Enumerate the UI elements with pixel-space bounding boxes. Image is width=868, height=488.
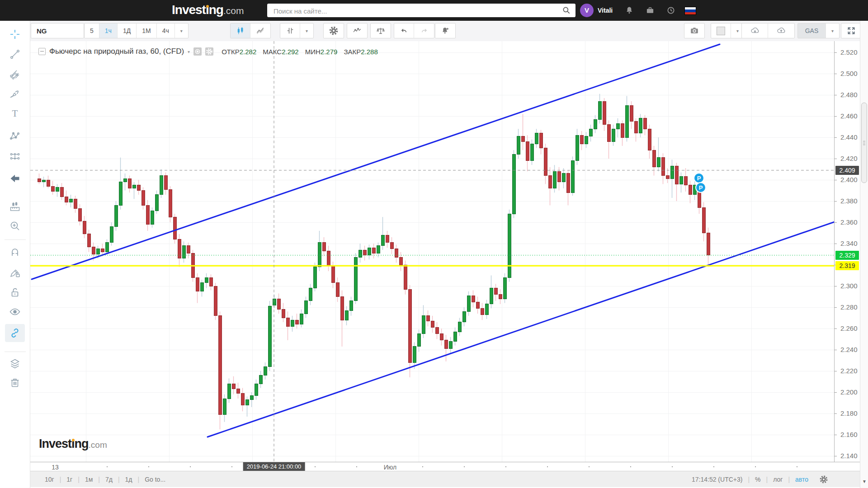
scrollbar-thumb[interactable]	[861, 103, 867, 183]
crosshair-price-badge: 2.409	[835, 166, 859, 175]
drawing-sidebar: T	[0, 21, 30, 488]
auto-scale-button[interactable]: авто	[790, 476, 814, 483]
logo-text: Invest	[172, 3, 206, 17]
axis-settings-gear-icon[interactable]	[819, 475, 828, 484]
cloud-download-icon[interactable]	[742, 23, 768, 38]
alert-bell-add-icon[interactable]	[435, 23, 455, 38]
indicators-icon[interactable]	[347, 23, 367, 38]
saved-layout-button[interactable]: GAS	[798, 23, 826, 38]
pitchfork-tool[interactable]	[9, 69, 21, 80]
price-tick-label: 2.420	[840, 155, 858, 162]
line-chart-icon[interactable]	[250, 23, 270, 38]
search-icon[interactable]	[562, 6, 571, 15]
svg-text:P: P	[699, 184, 703, 191]
timeframe-4h[interactable]: 4ч	[157, 23, 175, 38]
price-tick-label: 2.360	[840, 218, 858, 226]
sidebar-divider	[5, 239, 26, 240]
chevron-down-icon: ▾	[831, 28, 834, 33]
fullscreen-icon[interactable]	[841, 23, 861, 38]
horizontal-line-price-badge: 2.319	[835, 261, 859, 270]
logo-orange-dot	[206, 5, 209, 8]
legend-collapse-icon[interactable]	[38, 48, 46, 55]
hide-drawings-eye-tool[interactable]	[9, 306, 21, 318]
timeframe-1h[interactable]: 1ч	[99, 23, 118, 38]
zoom-in-tool[interactable]	[9, 220, 21, 232]
time-axis[interactable]: 13Июл2019-06-24 21:00:00	[30, 462, 860, 471]
forecast-tool[interactable]	[9, 150, 21, 162]
compare-dropdown[interactable]: ▾	[300, 23, 313, 38]
price-tick-label: 2.180	[840, 409, 858, 417]
back-arrow[interactable]	[9, 173, 21, 184]
language-flag-russia[interactable]	[684, 7, 696, 15]
link-drawings-tool[interactable]	[9, 327, 21, 339]
delete-drawings-trash-tool[interactable]	[9, 377, 21, 389]
username-label[interactable]: Vitali	[598, 7, 613, 14]
cloud-upload-icon[interactable]	[768, 23, 794, 38]
log-scale-button[interactable]: лог	[768, 476, 788, 483]
background-swatch-icon[interactable]	[711, 23, 731, 38]
svg-text:P: P	[697, 175, 701, 182]
range-button-10г[interactable]: 10г	[39, 476, 60, 483]
open-label: ОТКР	[222, 48, 240, 56]
price-axis[interactable]: 2.5202.5002.4802.4602.4402.4202.4002.380…	[834, 41, 860, 462]
xabcd-pattern-tool[interactable]	[9, 130, 21, 141]
drawing-lock-tool[interactable]	[9, 267, 21, 278]
recent-clock-icon[interactable]	[666, 6, 675, 15]
price-tick-label: 2.300	[840, 282, 858, 290]
time-tick-label: 13	[52, 464, 59, 471]
goto-date-button[interactable]: Go to...	[139, 476, 171, 483]
price-tick-label: 2.440	[840, 133, 858, 141]
notifications-bell-icon[interactable]	[625, 6, 634, 15]
measure-tool[interactable]	[9, 201, 21, 212]
price-tick-label: 2.520	[840, 48, 858, 56]
close-label: ЗАКР	[344, 48, 361, 56]
magnet-tool[interactable]	[9, 246, 21, 258]
investing-chart-app: Investıng.com V Vitali NG 5 1ч 1	[0, 0, 868, 488]
crosshair-time-badge: 2019-06-24 21:00:00	[243, 462, 305, 471]
settings-gear-icon[interactable]	[324, 23, 344, 38]
chevron-down-icon[interactable]: ▾	[188, 49, 190, 54]
brush-tool[interactable]	[9, 88, 21, 100]
range-button-1г[interactable]: 1г	[61, 476, 78, 483]
saved-layout-dropdown[interactable]: ▾	[826, 23, 839, 38]
compare-icon[interactable]	[280, 23, 300, 38]
price-tick-label: 2.260	[840, 324, 858, 332]
range-button-1м[interactable]: 1м	[80, 476, 98, 483]
investing-logo[interactable]: Investıng.com	[172, 3, 244, 17]
quick-settings-eye-icon[interactable]	[193, 47, 202, 56]
price-tick-label: 2.280	[840, 303, 858, 311]
chart-title-row: Фьючерс на природный газ, 60, (CFD) ▾ ОТ…	[38, 47, 378, 56]
text-tool[interactable]: T	[9, 108, 21, 119]
series-settings-gear-icon[interactable]	[205, 47, 213, 56]
search-input[interactable]	[273, 4, 555, 18]
site-header: Investıng.com V Vitali	[0, 0, 868, 21]
user-avatar[interactable]: V	[580, 4, 594, 17]
timeframe-more-dropdown[interactable]: ▾	[175, 23, 188, 38]
redo-icon[interactable]	[414, 23, 434, 38]
timeframe-1mo[interactable]: 1M	[137, 23, 156, 38]
timeframe-5m[interactable]: 5	[85, 23, 99, 38]
percent-scale-button[interactable]: %	[750, 476, 766, 483]
candlestick-chart-icon[interactable]	[231, 23, 250, 38]
price-tick-label: 2.220	[840, 367, 858, 375]
layers-tool[interactable]	[9, 358, 21, 370]
vertical-scrollbar[interactable]: ▼	[860, 21, 868, 488]
chart-plot-area[interactable]: PP Фьючерс на природный газ, 60, (CFD) ▾…	[30, 41, 834, 462]
portfolio-briefcase-icon[interactable]	[646, 6, 655, 15]
timeframe-1d[interactable]: 1Д	[118, 23, 137, 38]
undo-icon[interactable]	[394, 23, 414, 38]
scales-icon[interactable]	[371, 23, 391, 38]
last-price-badge: 2.329	[835, 251, 859, 260]
crosshair-tool[interactable]	[9, 28, 21, 40]
camera-icon[interactable]	[684, 23, 704, 38]
trend-line-tool[interactable]	[9, 48, 21, 60]
symbol-input[interactable]: NG	[31, 23, 84, 38]
price-tick-label: 2.160	[840, 431, 858, 438]
lock-tool[interactable]	[9, 286, 21, 298]
range-button-7д[interactable]: 7д	[100, 476, 118, 483]
price-tick-label: 2.500	[840, 70, 858, 77]
price-tick-label: 2.200	[840, 388, 858, 396]
scrollbar-down-arrow[interactable]: ▼	[862, 479, 867, 484]
range-button-1д[interactable]: 1д	[120, 476, 138, 483]
price-tick-label: 2.400	[840, 176, 858, 183]
